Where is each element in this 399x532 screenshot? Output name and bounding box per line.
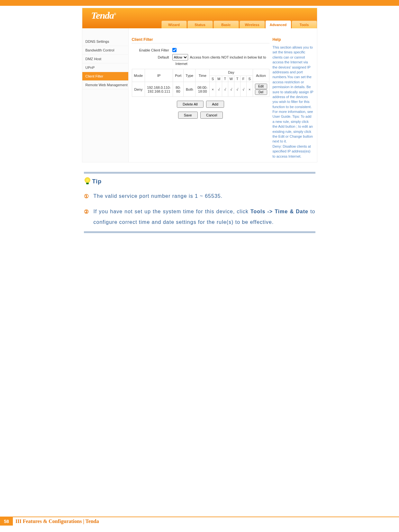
th-time: Time xyxy=(195,69,210,82)
router-header: Tenda® WizardStatusBasicWirelessAdvanced… xyxy=(82,8,317,28)
default-label: Default xyxy=(132,55,172,59)
tip-block: Tip ①The valid service port number range… xyxy=(84,177,315,228)
internet-label: Internet xyxy=(176,62,269,66)
lightbulb-icon xyxy=(84,177,91,185)
edit-button[interactable]: Edit xyxy=(255,84,267,89)
cell-day: √ xyxy=(234,82,240,97)
sidebar: DDNS SettingsBandwidth ControlDMZ HostUP… xyxy=(82,28,129,162)
sidebar-item[interactable]: Client Filter xyxy=(82,72,128,81)
cell-port: 80-80 xyxy=(173,82,184,97)
help-panel: Help This section allows you to set the … xyxy=(269,37,314,159)
cell-type: Both xyxy=(184,82,195,97)
tab-status[interactable]: Status xyxy=(187,21,213,28)
doc-divider xyxy=(84,232,315,233)
cell-day: √ xyxy=(216,82,222,97)
delete-all-button[interactable]: Delete All xyxy=(177,101,203,108)
default-select[interactable]: Allow xyxy=(172,54,188,60)
tip-item: ①The valid service port number range is … xyxy=(84,191,315,202)
cell-day: √ xyxy=(222,82,228,97)
table-row: Deny 192.168.0.110-192.168.0.111 80-80 B… xyxy=(132,82,269,97)
cell-action: Edit Del xyxy=(253,82,269,97)
footer-text: III Features & Configurations | Tenda xyxy=(15,518,99,524)
sidebar-item[interactable]: DDNS Settings xyxy=(82,37,128,46)
tip-item: ②If you have not set up the system time … xyxy=(84,206,315,228)
th-action: Action xyxy=(253,69,269,82)
panel-title: Client Filter xyxy=(132,37,269,43)
page-number: 58 xyxy=(0,517,13,526)
enable-checkbox[interactable] xyxy=(172,48,177,52)
main-nav: WizardStatusBasicWirelessAdvancedTools xyxy=(161,21,317,28)
th-day-col: S xyxy=(210,76,216,82)
cell-day: √ xyxy=(240,82,247,97)
th-ip: IP xyxy=(145,69,173,82)
sidebar-item[interactable]: Remote Web Management xyxy=(82,81,128,89)
tab-tools[interactable]: Tools xyxy=(292,21,317,28)
th-port: Port xyxy=(173,69,184,82)
tab-advanced[interactable]: Advanced xyxy=(266,21,291,28)
cancel-button[interactable]: Cancel xyxy=(200,112,223,119)
th-day: Day xyxy=(210,69,253,76)
default-note: Access from clients NOT included in belo… xyxy=(190,55,266,59)
sidebar-item[interactable]: Bandwidth Control xyxy=(82,46,128,55)
tenda-logo: Tenda® xyxy=(91,10,116,21)
cell-ip: 192.168.0.110-192.168.0.111 xyxy=(145,82,173,97)
th-day-col: S xyxy=(247,76,253,82)
sidebar-item[interactable]: UPnP xyxy=(82,63,128,72)
th-day-col: T xyxy=(222,76,228,82)
help-text: This section allows you to set the times… xyxy=(273,45,314,159)
doc-divider xyxy=(84,172,315,173)
doc-topbar xyxy=(0,0,399,6)
sidebar-item[interactable]: DMZ Host xyxy=(82,55,128,63)
tab-basic[interactable]: Basic xyxy=(213,21,239,28)
help-title: Help xyxy=(273,37,314,42)
cell-day: × xyxy=(247,82,253,97)
cell-time: 08:00-18:00 xyxy=(195,82,210,97)
router-ui-screenshot: Tenda® WizardStatusBasicWirelessAdvanced… xyxy=(82,8,317,162)
filter-table: Mode IP Port Type Time Day Action SMTWTF… xyxy=(132,69,269,97)
th-type: Type xyxy=(184,69,195,82)
cell-day: √ xyxy=(228,82,234,97)
th-day-col: F xyxy=(240,76,247,82)
page-footer: 58 III Features & Configurations | Tenda xyxy=(0,517,399,526)
cell-day: × xyxy=(210,82,216,97)
del-button[interactable]: Del xyxy=(255,89,267,95)
cell-mode: Deny xyxy=(132,82,145,97)
tab-wizard[interactable]: Wizard xyxy=(161,21,187,28)
th-day-col: T xyxy=(234,76,240,82)
th-day-col: W xyxy=(228,76,234,82)
th-day-col: M xyxy=(216,76,222,82)
tab-wireless[interactable]: Wireless xyxy=(240,21,265,28)
enable-label: Enable Client Filter xyxy=(132,48,172,52)
th-mode: Mode xyxy=(132,69,145,82)
save-button[interactable]: Save xyxy=(178,112,198,119)
tip-heading: Tip xyxy=(92,178,102,185)
add-button[interactable]: Add xyxy=(206,101,224,108)
